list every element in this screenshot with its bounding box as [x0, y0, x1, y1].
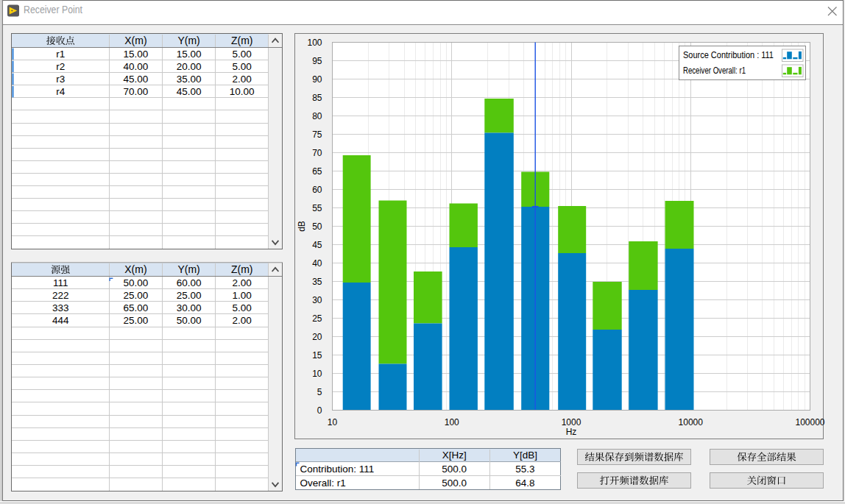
svg-text:100: 100 [445, 417, 459, 427]
svg-text:60: 60 [312, 185, 322, 195]
svg-text:10.00: 10.00 [230, 86, 255, 97]
svg-text:Z(m): Z(m) [231, 263, 253, 275]
svg-text:64.8: 64.8 [515, 478, 534, 489]
svg-text:Y(m): Y(m) [177, 35, 199, 46]
svg-text:55: 55 [312, 203, 322, 213]
svg-text:85: 85 [312, 93, 322, 103]
svg-text:Y(m): Y(m) [177, 263, 199, 275]
svg-text:2.00: 2.00 [233, 277, 252, 288]
svg-text:30: 30 [312, 295, 322, 305]
svg-text:r4: r4 [56, 86, 65, 97]
svg-text:0: 0 [317, 405, 322, 416]
svg-text:45.00: 45.00 [124, 74, 149, 85]
svg-text:20.00: 20.00 [177, 61, 202, 72]
svg-text:65.00: 65.00 [124, 302, 149, 313]
svg-text:222: 222 [52, 290, 69, 301]
svg-text:45: 45 [312, 240, 322, 250]
svg-text:50.00: 50.00 [124, 277, 149, 288]
svg-text:444: 444 [52, 315, 69, 326]
svg-text:15.00: 15.00 [124, 49, 149, 60]
svg-text:dB: dB [297, 221, 307, 232]
svg-text:5.00: 5.00 [233, 302, 252, 313]
svg-text:1000: 1000 [562, 417, 581, 427]
svg-text:10: 10 [328, 417, 338, 427]
svg-text:10000: 10000 [679, 417, 704, 427]
svg-text:500.0: 500.0 [442, 464, 467, 475]
svg-text:25.00: 25.00 [177, 290, 202, 301]
svg-text:Overall: r1: Overall: r1 [300, 478, 346, 489]
svg-text:Receiver Overall: r1: Receiver Overall: r1 [683, 65, 746, 76]
svg-text:20: 20 [312, 332, 322, 342]
svg-text:X(m): X(m) [124, 263, 146, 275]
svg-text:30.00: 30.00 [177, 302, 202, 313]
svg-text:95: 95 [312, 56, 322, 66]
svg-text:100000: 100000 [795, 417, 824, 427]
svg-text:70: 70 [312, 148, 322, 158]
svg-text:10: 10 [312, 369, 322, 379]
svg-text:90: 90 [312, 74, 322, 85]
svg-text:r2: r2 [56, 61, 65, 72]
svg-text:35.00: 35.00 [177, 74, 202, 85]
svg-text:80: 80 [312, 111, 322, 121]
svg-text:333: 333 [52, 302, 69, 313]
svg-text:55.3: 55.3 [515, 464, 534, 475]
svg-text:Receiver Point: Receiver Point [24, 4, 82, 15]
svg-text:35: 35 [312, 277, 322, 287]
svg-text:70.00: 70.00 [124, 86, 149, 97]
svg-text:5.00: 5.00 [233, 61, 252, 72]
svg-text:r3: r3 [56, 74, 65, 85]
svg-text:r1: r1 [56, 49, 65, 60]
svg-text:25.00: 25.00 [124, 315, 149, 326]
svg-text:15.00: 15.00 [177, 49, 202, 60]
svg-text:Source Contribution : 111: Source Contribution : 111 [683, 50, 774, 60]
svg-text:75: 75 [312, 129, 322, 140]
svg-text:100: 100 [307, 38, 322, 48]
svg-text:Hz: Hz [566, 427, 577, 437]
svg-text:500.0: 500.0 [442, 478, 467, 489]
svg-text:Y[dB]: Y[dB] [513, 450, 537, 461]
svg-text:2.00: 2.00 [233, 315, 252, 326]
svg-text:15: 15 [312, 350, 322, 361]
svg-text:25: 25 [312, 313, 322, 324]
svg-text:50: 50 [312, 221, 322, 232]
svg-text:65: 65 [312, 166, 322, 177]
svg-text:111: 111 [53, 277, 68, 288]
svg-text:60.00: 60.00 [177, 277, 202, 288]
svg-text:X[Hz]: X[Hz] [442, 450, 467, 461]
svg-text:5: 5 [317, 387, 322, 397]
svg-text:X(m): X(m) [124, 35, 146, 46]
svg-text:Contribution: 111: Contribution: 111 [300, 464, 375, 475]
svg-text:40.00: 40.00 [124, 61, 149, 72]
svg-text:50.00: 50.00 [177, 315, 202, 326]
svg-text:2.00: 2.00 [233, 74, 252, 85]
svg-text:5.00: 5.00 [233, 49, 252, 60]
svg-text:Z(m): Z(m) [231, 35, 253, 46]
svg-text:45.00: 45.00 [177, 86, 202, 97]
svg-text:25.00: 25.00 [124, 290, 149, 301]
svg-text:40: 40 [312, 258, 322, 269]
svg-text:1.00: 1.00 [233, 290, 252, 301]
